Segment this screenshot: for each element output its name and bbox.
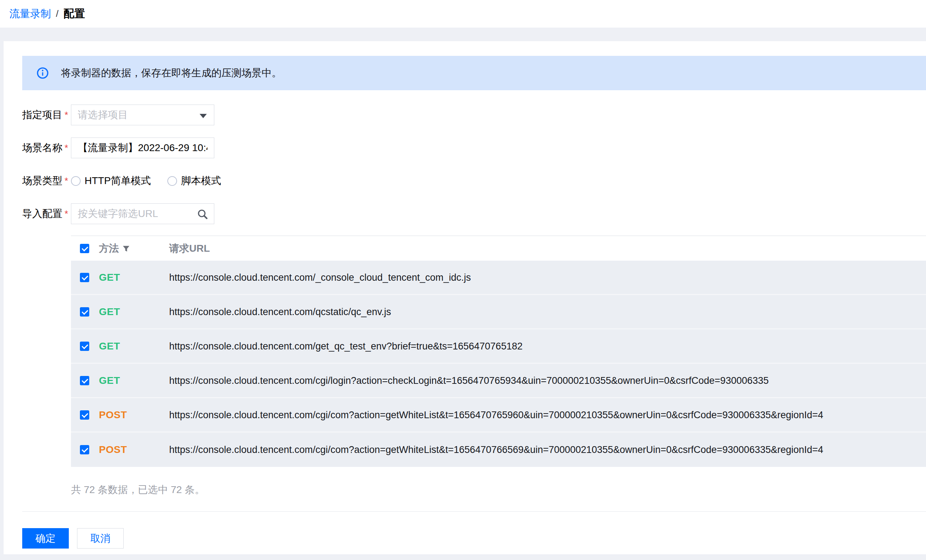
table-row[interactable]: POST https://console.cloud.tencent.com/c… xyxy=(71,398,926,433)
scene-name-label: 场景名称* xyxy=(22,141,71,155)
search-icon[interactable] xyxy=(197,208,208,220)
required-mark: * xyxy=(65,110,68,120)
radio-script-mode[interactable]: 脚本模式 xyxy=(167,174,221,188)
scene-name-field xyxy=(71,137,214,158)
row-checkbox[interactable] xyxy=(80,273,89,282)
breadcrumb-separator: / xyxy=(56,8,58,19)
request-url: https://console.cloud.tencent.com/_conso… xyxy=(169,272,471,283)
row-checkbox[interactable] xyxy=(80,411,89,420)
method-badge: POST xyxy=(99,409,127,421)
row-checkbox[interactable] xyxy=(80,341,89,351)
table-row[interactable]: GET https://console.cloud.tencent.com/ge… xyxy=(71,329,926,364)
page-title: 配置 xyxy=(64,6,85,21)
form-row-scene-type: 场景类型* HTTP简单模式 脚本模式 xyxy=(22,171,926,191)
scene-type-label: 场景类型* xyxy=(22,174,71,188)
scene-type-radio-group: HTTP简单模式 脚本模式 xyxy=(71,174,238,188)
filter-icon[interactable] xyxy=(122,245,130,253)
request-table: 方法 请求URL GET https://console.cloud.tence… xyxy=(71,235,926,467)
table-row[interactable]: POST https://console.cloud.tencent.com/c… xyxy=(71,433,926,467)
selection-summary: 共 72 条数据，已选中 72 条。 xyxy=(71,483,926,497)
request-url: https://console.cloud.tencent.com/get_qc… xyxy=(169,341,522,352)
project-label: 指定项目* xyxy=(22,108,71,122)
radio-http-simple-mode[interactable]: HTTP简单模式 xyxy=(71,174,151,188)
footer-divider xyxy=(22,511,926,512)
select-all-checkbox[interactable] xyxy=(80,244,89,253)
project-select[interactable] xyxy=(71,104,214,125)
radio-icon[interactable] xyxy=(71,176,81,186)
method-badge: GET xyxy=(99,341,120,352)
form-row-import-config: 导入配置* xyxy=(22,203,926,224)
config-card: 将录制器的数据，保存在即将生成的压测场景中。 指定项目* 场景名称* 场 xyxy=(4,41,926,554)
table-row[interactable]: GET https://console.cloud.tencent.com/_c… xyxy=(71,261,926,295)
method-badge: GET xyxy=(99,375,120,386)
table-row[interactable]: GET https://console.cloud.tencent.com/cg… xyxy=(71,364,926,398)
info-icon xyxy=(36,67,49,79)
url-column-header: 请求URL xyxy=(169,243,210,254)
required-mark: * xyxy=(65,208,68,219)
request-url: https://console.cloud.tencent.com/cgi/co… xyxy=(169,410,823,420)
project-select-input[interactable] xyxy=(71,105,214,125)
scene-name-input[interactable] xyxy=(71,138,214,158)
url-filter-field xyxy=(71,203,214,224)
method-badge: POST xyxy=(99,444,127,456)
form-row-scene-name: 场景名称* xyxy=(22,137,926,158)
request-url: https://console.cloud.tencent.com/qcstat… xyxy=(169,306,391,317)
import-config-label: 导入配置* xyxy=(22,207,71,220)
row-checkbox[interactable] xyxy=(80,307,89,317)
cancel-button[interactable]: 取消 xyxy=(77,528,124,548)
action-bar: 确定 取消 xyxy=(22,528,926,548)
info-banner: 将录制器的数据，保存在即将生成的压测场景中。 xyxy=(22,56,926,90)
url-filter-input[interactable] xyxy=(71,204,214,224)
required-mark: * xyxy=(65,175,68,186)
breadcrumb-parent-link[interactable]: 流量录制 xyxy=(9,7,51,21)
breadcrumb: 流量录制 / 配置 xyxy=(0,0,926,27)
request-url: https://console.cloud.tencent.com/cgi/co… xyxy=(169,444,823,455)
form-row-project: 指定项目* xyxy=(22,104,926,125)
config-form: 指定项目* 场景名称* 场景类型* HTTP简单模 xyxy=(22,104,926,224)
method-column-header: 方法 xyxy=(99,242,119,255)
table-row[interactable]: GET https://console.cloud.tencent.com/qc… xyxy=(71,295,926,329)
required-mark: * xyxy=(65,142,68,153)
banner-text: 将录制器的数据，保存在即将生成的压测场景中。 xyxy=(61,66,281,80)
request-url: https://console.cloud.tencent.com/cgi/lo… xyxy=(169,375,769,386)
method-badge: GET xyxy=(99,272,120,283)
row-checkbox[interactable] xyxy=(80,376,89,385)
confirm-button[interactable]: 确定 xyxy=(22,528,69,548)
method-badge: GET xyxy=(99,306,120,318)
radio-icon[interactable] xyxy=(167,176,177,186)
row-checkbox[interactable] xyxy=(80,445,89,454)
table-header: 方法 请求URL xyxy=(71,236,926,261)
table-body: GET https://console.cloud.tencent.com/_c… xyxy=(71,261,926,467)
